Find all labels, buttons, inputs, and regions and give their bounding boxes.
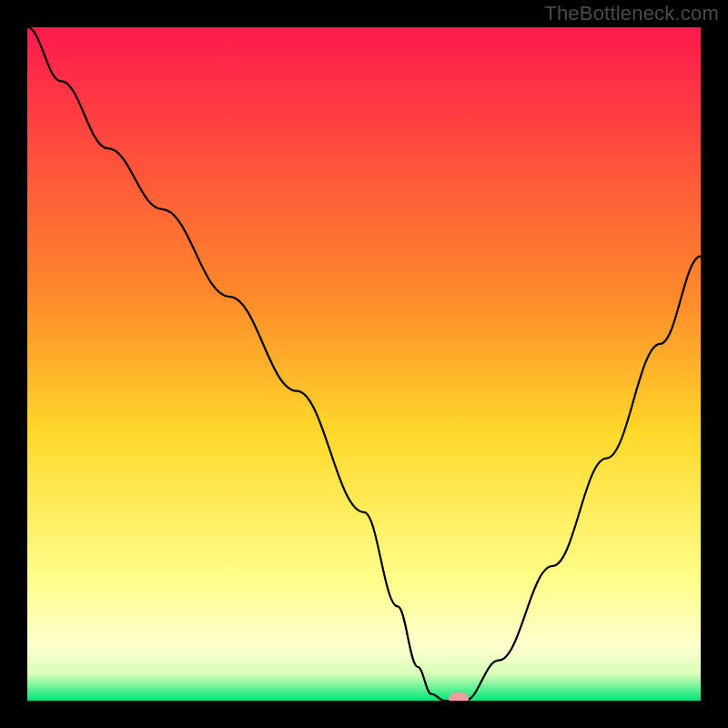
plot-svg	[27, 27, 701, 701]
optimal-point-marker	[449, 693, 469, 701]
chart-frame: TheBottleneck.com	[0, 0, 728, 728]
gradient-background	[27, 27, 701, 701]
plot-area	[27, 27, 701, 701]
watermark-text: TheBottleneck.com	[544, 2, 719, 25]
